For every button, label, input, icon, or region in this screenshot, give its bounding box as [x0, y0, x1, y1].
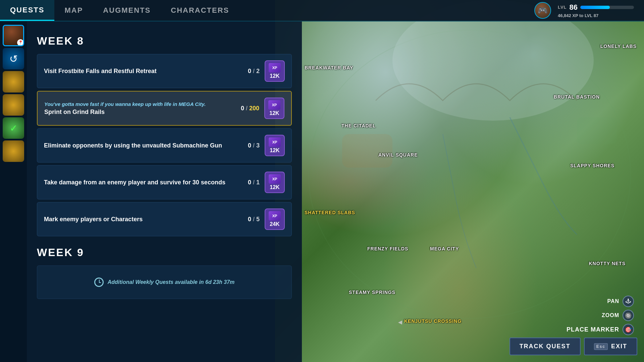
quest2-title: Sprint on Grind Rails [44, 109, 232, 116]
exit-button[interactable]: Esc EXIT [584, 338, 637, 355]
week9-timer-card: Additional Weekly Quests available in 6d… [37, 265, 292, 299]
sidebar-bookmark3-icon[interactable]: ✓ [3, 117, 24, 139]
quest4-progress: 0 / 1 [233, 179, 260, 186]
map-label-kenjutsu-crossing: KENJUTSU CROSSING [404, 318, 462, 324]
track-quest-button[interactable]: TRACK QUEST [509, 338, 581, 355]
quest5-title: Mark enemy players or Characters [44, 216, 233, 223]
xp-to-next-label: 46,842 XP to LVL 87 [558, 13, 634, 18]
pan-button[interactable]: 🕹 [623, 296, 634, 307]
quest3-xp-badge: XP 12K [265, 135, 285, 156]
sidebar-bookmark2-icon[interactable] [3, 94, 24, 116]
quest5-xp-badge: XP 24K [265, 208, 285, 230]
quest2-progress: 0 / 200 [232, 105, 259, 112]
quest-card-sprint-grind-rails[interactable]: You've gotta move fast if you wanna keep… [37, 91, 292, 126]
xp-icon-5: XP [269, 211, 281, 221]
quest3-progress: 0 / 3 [233, 142, 260, 149]
map-label-brutal-bastion: BRUTAL BASTION [554, 94, 600, 100]
timer-countdown: 6d 23h 37m [205, 279, 234, 285]
xp-progress-bar [580, 6, 634, 9]
quest1-progress: 0 / 2 [233, 68, 260, 75]
xp-bar-fill [580, 6, 610, 9]
player-info: 🎮 LVL 86 46,842 XP to LVL 87 [534, 2, 644, 19]
quest-card-visit-frostbite[interactable]: Visit Frostbite Falls and Restful Retrea… [37, 54, 292, 88]
week8-header: WEEK 8 [37, 35, 292, 47]
tab-augments[interactable]: AUGMENTS [93, 0, 161, 21]
xp-icon-4: XP [269, 174, 281, 184]
quest-card-eliminate-submachine[interactable]: Eliminate opponents by using the unvault… [37, 128, 292, 163]
map-label-slappy-shores: SLAPPY SHORES [570, 163, 614, 168]
map-label-breakwater-bay: BREAKWATER BAY [305, 65, 353, 70]
level-info: LVL 86 46,842 XP to LVL 87 [558, 3, 634, 18]
map-label-anvil-square: ANVIL SQUARE [378, 152, 418, 158]
quest-panel: WEEK 8 Visit Frostbite Falls and Restful… [27, 21, 302, 362]
quest-card-mark-enemies[interactable]: Mark enemy players or Characters 0 / 5 X… [37, 202, 292, 236]
bottom-action-buttons: TRACK QUEST Esc EXIT [509, 338, 637, 355]
map-controls: PAN 🕹 ZOOM 🔘 PLACE MARKER 🎯 [567, 296, 634, 335]
quest4-xp-badge: XP 12K [265, 172, 285, 193]
map-label-knotty-nets: KNOTTY NETS [589, 261, 626, 266]
xp-icon-2: XP [268, 100, 280, 110]
quest1-title: Visit Frostbite Falls and Restful Retrea… [44, 68, 233, 75]
quest-card-take-damage[interactable]: Take damage from an enemy player and sur… [37, 165, 292, 199]
xp-icon-3: XP [269, 137, 281, 147]
zoom-button[interactable]: 🔘 [623, 310, 634, 321]
map-label-shattered-slabs: SHATTERED SLABS [305, 210, 355, 215]
timer-text: Additional Weekly Quests available in 6d… [108, 279, 235, 285]
tab-characters[interactable]: CHARACTERS [161, 0, 239, 21]
location-pin-icon: 📍 [17, 39, 24, 46]
pan-control[interactable]: PAN 🕹 [567, 296, 634, 307]
lvl-label: LVL [558, 5, 567, 10]
week9-header: WEEK 9 [37, 246, 292, 259]
player-level: 86 [570, 3, 578, 12]
map-label-frenzy-fields: FRENZY FIELDS [367, 246, 408, 251]
top-navigation: QUESTS MAP AUGMENTS CHARACTERS 🎮 LVL 86 … [0, 0, 644, 21]
sidebar-bookmark4-icon[interactable] [3, 140, 24, 162]
map-label-the-citadel: THE CITADEL [341, 123, 376, 128]
map-label-lonely-labs: LONELY LABS [600, 44, 637, 49]
sidebar-character-icon[interactable]: 📍 [3, 25, 24, 46]
svg-rect-3 [577, 117, 617, 144]
quest4-title: Take damage from an enemy player and sur… [44, 179, 233, 186]
quest3-title: Eliminate opponents by using the unvault… [44, 142, 233, 149]
xp-icon: XP [269, 63, 281, 72]
quest2-xp-badge: XP 12K [264, 98, 284, 119]
map-label-steamy-springs: STEAMY SPRINGS [349, 290, 395, 295]
place-marker-label: PLACE MARKER [567, 326, 619, 333]
zoom-label: ZOOM [602, 312, 619, 318]
place-marker-button[interactable]: 🎯 [623, 324, 634, 335]
tab-map[interactable]: MAP [54, 0, 93, 21]
timer-icon [94, 278, 104, 287]
player-avatar: 🎮 [534, 2, 551, 19]
quest5-progress: 0 / 5 [233, 216, 260, 223]
tab-quests[interactable]: QUESTS [0, 0, 54, 21]
sidebar-blue-icon[interactable]: ↺ [3, 48, 24, 69]
pan-label: PAN [607, 298, 619, 304]
place-marker-control[interactable]: PLACE MARKER 🎯 [567, 324, 634, 335]
zoom-control[interactable]: ZOOM 🔘 [567, 310, 634, 321]
esc-key-badge: Esc [594, 343, 608, 350]
quest2-flavor: You've gotta move fast if you wanna keep… [44, 101, 232, 107]
svg-rect-2 [342, 134, 392, 168]
kenjutsu-arrow-icon: ◄ [397, 318, 404, 326]
left-sidebar: 📍 ↺ ✓ [0, 21, 27, 362]
sidebar-bookmark1-icon[interactable] [3, 71, 24, 93]
quest1-xp-badge: XP 12K [265, 60, 285, 82]
map-label-mega-city: MEGA CITY [430, 246, 459, 251]
